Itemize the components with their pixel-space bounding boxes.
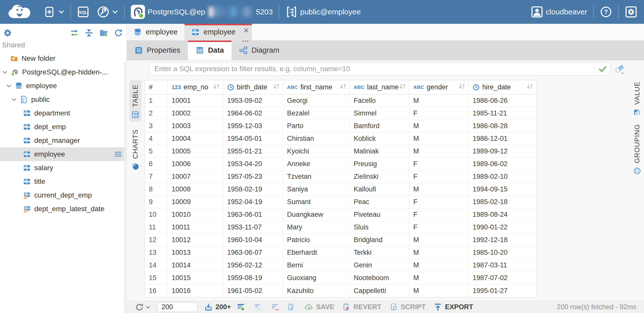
tree-item-title[interactable]: title [0,175,127,188]
cell[interactable]: Bridgland [350,234,409,246]
cell[interactable]: 10002 [168,107,223,120]
cell[interactable]: 1989-08-24 [469,208,536,221]
cell[interactable]: M [409,132,469,145]
cell[interactable]: 10005 [168,145,223,158]
cell[interactable]: Duangkaew [283,208,350,221]
new-connection-button[interactable] [44,6,64,18]
cell[interactable]: 1964-06-02 [223,107,283,120]
column-header-row-number[interactable]: # [145,80,168,94]
cell[interactable]: 10012 [168,234,223,246]
user-menu[interactable]: cloudbeaver [531,6,587,18]
tab-diagram[interactable]: Diagram [231,41,287,60]
cell[interactable]: 1989-06-02 [469,158,536,170]
tab-employee-table[interactable]: employee [185,24,252,40]
sort-arrows-icon[interactable] [526,83,534,91]
tree-item-employee[interactable]: employee [0,147,127,161]
cell[interactable]: 1961-05-02 [223,284,283,297]
cell[interactable]: Simmel [350,107,409,120]
tree-item-current-dept-emp[interactable]: current_dept_emp [0,188,127,202]
tab-overflow-dots-icon[interactable] [242,36,249,38]
refresh-tree-icon[interactable] [114,28,123,37]
cell[interactable]: 1990-01-22 [469,221,536,233]
clear-filter-eraser-icon[interactable] [615,63,626,75]
column-header-hire_date[interactable]: hire_date [469,80,536,94]
cell[interactable]: 1986-12-01 [469,132,536,145]
cell[interactable]: Kazuhito [283,284,350,297]
cell[interactable]: 1986-06-26 [469,94,536,107]
help-button[interactable]: ? [600,6,612,18]
cell[interactable]: Piveteau [350,208,409,221]
tree-item-public[interactable]: public [0,93,127,106]
cell[interactable]: M [409,120,469,132]
cell[interactable]: Eberhardt [283,246,350,259]
refresh-result-button[interactable] [135,303,151,312]
cell[interactable]: 1963-06-01 [223,208,283,221]
column-header-gender[interactable]: ABCgender [409,80,469,94]
tree-item-dept-manager[interactable]: dept_manager [0,134,127,147]
sort-arrows-icon[interactable] [273,83,280,91]
cell[interactable]: Guoxiang [283,272,350,284]
cell[interactable]: 10006 [168,158,223,170]
cell[interactable]: M [409,272,469,284]
tab-data[interactable]: Data [188,41,231,60]
sql-editor-button[interactable]: SQL [77,6,89,18]
settings-button[interactable] [625,6,637,18]
cell[interactable]: 10014 [168,259,223,271]
cell[interactable]: Berni [283,259,350,271]
cell[interactable]: Tzvetan [283,170,350,183]
cell[interactable]: Terkki [350,246,409,259]
cell[interactable]: F [409,170,469,183]
revert-button[interactable]: REVERT [342,303,381,312]
cell[interactable]: Preusig [350,158,409,170]
cell[interactable]: 10008 [168,183,223,195]
save-button[interactable]: SAVE [305,303,334,312]
cell[interactable]: M [409,145,469,158]
cell[interactable]: 10011 [168,221,223,233]
sort-arrows-icon[interactable] [339,83,347,91]
cell[interactable]: F [409,208,469,221]
cell[interactable]: 10009 [168,196,223,208]
sql-filter-input[interactable] [149,63,595,75]
cell[interactable]: 10007 [168,170,223,183]
sort-arrows-icon[interactable] [458,83,466,91]
cell[interactable]: F [409,158,469,170]
cell[interactable]: 1987-03-11 [469,259,536,271]
tree-expander-icon[interactable] [2,70,11,74]
apply-filter-check-icon[interactable] [595,63,610,75]
cell[interactable]: M [409,284,469,297]
cell[interactable]: Sumant [283,196,350,208]
cell[interactable]: 1953-11-07 [223,221,283,233]
tab-employee-database[interactable]: employee [127,24,185,40]
tree-item-salary[interactable]: salary [0,161,127,175]
tree-item-dept-emp-latest-date[interactable]: dept_emp_latest_date [0,202,127,216]
rollback-button[interactable] [287,303,296,312]
cell[interactable]: M [409,259,469,271]
cell[interactable]: 1959-08-19 [223,272,283,284]
cell[interactable]: 10013 [168,246,223,259]
cell[interactable]: 10015 [168,272,223,284]
connection-selector[interactable]: PostgreSQL@ep 5203 [131,5,273,19]
sort-arrows-icon[interactable] [213,83,220,91]
tools-button[interactable] [97,6,118,18]
cell[interactable]: Bamford [350,120,409,132]
cell[interactable]: Patricio [283,234,350,246]
cell[interactable]: Peac [350,196,409,208]
cell[interactable]: 1994-09-15 [469,183,536,195]
cell[interactable]: 1995-01-27 [469,284,536,297]
cell[interactable]: 1960-10-04 [223,234,283,246]
script-button[interactable]: SCRIPT [389,303,426,312]
tree-expander-icon[interactable] [6,84,15,88]
tab-table-presentation[interactable]: TABLE [129,80,141,122]
cell[interactable]: F [409,221,469,233]
cell[interactable]: 1955-01-21 [223,145,283,158]
cell[interactable]: Kyoichi [283,145,350,158]
tree-item-employee[interactable]: employee [0,79,127,93]
cell[interactable]: F [409,196,469,208]
cell[interactable]: Genin [350,259,409,271]
collapse-all-icon[interactable] [84,28,94,37]
cell[interactable]: Bezalel [283,107,350,120]
cell[interactable]: M [409,94,469,107]
cell[interactable]: M [409,246,469,259]
cell[interactable]: 1985-11-21 [469,107,536,120]
cell[interactable]: 1953-09-02 [223,94,283,107]
